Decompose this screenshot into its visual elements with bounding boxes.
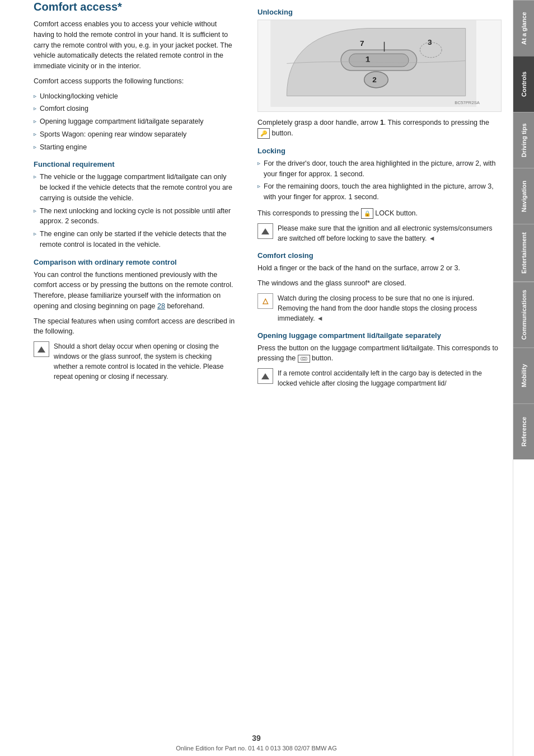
list-item: ▹ For the driver's door, touch the area …	[257, 158, 502, 180]
svg-text:3: 3	[428, 38, 432, 46]
sidebar-item-controls[interactable]: Controls	[513, 56, 534, 112]
special-features-text: The special features when using comfort …	[34, 316, 235, 337]
page-title: Comfort access*	[34, 0, 235, 13]
triangle-icon	[38, 346, 45, 353]
columns-wrapper: Comfort access* Comfort access enables y…	[0, 0, 513, 725]
note-icon-box-3	[257, 368, 273, 384]
warning-exclamation-icon: △	[263, 297, 268, 305]
note-text: Should a short delay occur when opening …	[54, 341, 235, 382]
bullet-icon: ▹	[34, 117, 36, 125]
list-item-text: Comfort closing	[40, 104, 88, 114]
list-item: ▹ The engine can only be started if the …	[34, 229, 235, 250]
list-item: ▹ For the remaining doors, touch the are…	[257, 181, 502, 203]
svg-text:7: 7	[360, 39, 364, 48]
bullet-icon: ▹	[34, 130, 36, 138]
list-item: ▹ Unlocking/locking vehicle	[34, 91, 235, 102]
footer-text: Online Edition for Part no. 01 41 0 013 …	[0, 745, 513, 752]
bullet-icon: ▹	[257, 182, 260, 190]
page-wrapper: Comfort access* Comfort access enables y…	[0, 0, 513, 756]
list-item-text: For the driver's door, touch the area hi…	[264, 158, 502, 180]
bullet-icon: ▹	[257, 159, 260, 167]
comfort-closing-closed: The windows and the glass sunroof* are c…	[257, 278, 502, 289]
tab-label-navigation: Navigation	[521, 180, 527, 212]
warning-text: Watch during the closing process to be s…	[278, 293, 502, 323]
functions-intro: Comfort access supports the following fu…	[34, 76, 235, 87]
unlocking-caption: Completely grasp a door handle, arrow 1.…	[257, 118, 502, 139]
functional-requirement-list: ▹ The vehicle or the luggage compartment…	[34, 172, 235, 250]
luggage-note-text: If a remote control accidentally left in…	[278, 368, 502, 388]
comfort-closing-body: Hold a finger or the back of the hand on…	[257, 263, 502, 274]
locking-list: ▹ For the driver's door, touch the area …	[257, 158, 502, 203]
functional-requirement-title: Functional requirement	[34, 160, 235, 168]
bullet-icon: ▹	[34, 104, 36, 112]
tab-label-communications: Communications	[521, 290, 527, 340]
list-item: ▹ Comfort closing	[34, 104, 235, 114]
tab-label-controls: Controls	[521, 72, 527, 97]
svg-rect-2	[349, 54, 409, 67]
sidebar-item-entertainment[interactable]: Entertainment	[513, 224, 534, 281]
lock-circle-icon: 🔒	[361, 208, 373, 219]
page-footer: 39 Online Edition for Part no. 01 41 0 0…	[0, 725, 513, 756]
list-item: ▹ Sports Wagon: opening rear window sepa…	[34, 129, 235, 140]
list-item-text: The engine can only be started if the ve…	[40, 229, 235, 250]
triangle-icon-2	[261, 228, 269, 234]
sidebar-item-reference[interactable]: Reference	[513, 403, 534, 459]
svg-rect-11	[301, 357, 307, 360]
page-link[interactable]: 28	[157, 302, 165, 310]
list-item-text: Opening luggage compartment lid/tailgate…	[40, 116, 204, 127]
sidebar-tabs: At a glance Controls Driving tips Naviga…	[513, 0, 534, 756]
list-item-text: The vehicle or the luggage compartment l…	[40, 172, 235, 203]
opening-luggage-title: Opening luggage compartment lid/tailgate…	[257, 331, 502, 340]
comfort-closing-title: Comfort closing	[257, 251, 502, 260]
bullet-icon: ▹	[34, 143, 36, 151]
sidebar-item-driving[interactable]: Driving tips	[513, 112, 534, 168]
left-column: Comfort access* Comfort access enables y…	[0, 0, 246, 725]
door-handle-image: 1 7 2 3 BC57PR2SA	[257, 20, 502, 112]
unlocking-title: Unlocking	[257, 8, 502, 16]
tab-label-entertainment: Entertainment	[521, 232, 527, 274]
sidebar-item-navigation[interactable]: Navigation	[513, 168, 534, 224]
bullet-icon: ▹	[34, 229, 36, 238]
note-icon-box-2	[257, 223, 273, 239]
lock-caption: This corresponds to pressing the 🔒 LOCK …	[257, 208, 502, 219]
back-arrow-icon: ◄	[429, 234, 435, 242]
list-item: ▹ The next unlocking and locking cycle i…	[34, 206, 235, 227]
luggage-button-icon	[298, 355, 310, 363]
intro-text: Comfort access enables you to access you…	[34, 19, 235, 72]
list-item: ▹ The vehicle or the luggage compartment…	[34, 172, 235, 203]
sidebar-item-communications[interactable]: Communications	[513, 281, 534, 348]
tab-label-mobility: Mobility	[521, 364, 527, 388]
list-item-text: For the remaining doors, touch the area …	[264, 181, 502, 203]
luggage-note-box: If a remote control accidentally left in…	[257, 368, 502, 388]
list-item-text: Starting engine	[40, 142, 87, 153]
opening-luggage-body: Press the button on the luggage compartm…	[257, 343, 502, 364]
locking-note-text: Please make sure that the ignition and a…	[278, 223, 502, 243]
list-item-text: The next unlocking and locking cycle is …	[40, 206, 235, 227]
locking-note-box: Please make sure that the ignition and a…	[257, 223, 502, 243]
triangle-icon-3	[261, 373, 269, 379]
sidebar-item-at-glance[interactable]: At a glance	[513, 0, 534, 56]
svg-rect-12	[302, 358, 305, 360]
tab-label-at-glance: At a glance	[521, 12, 527, 45]
list-item-text: Unlocking/locking vehicle	[40, 91, 118, 102]
locking-title: Locking	[257, 147, 502, 155]
svg-text:BC57PR2SA: BC57PR2SA	[455, 100, 480, 105]
list-item-text: Sports Wagon: opening rear window separa…	[40, 129, 186, 140]
svg-text:1: 1	[366, 54, 371, 64]
comparison-body: You can control the functions mentioned …	[34, 270, 235, 312]
bullet-icon: ▹	[34, 206, 36, 215]
bullet-icon: ▹	[34, 172, 36, 181]
back-arrow-icon-2: ◄	[317, 314, 324, 322]
warning-icon-box: △	[257, 293, 273, 309]
page-number: 39	[0, 734, 513, 743]
key-button-icon: 🔑	[257, 128, 270, 139]
comparison-title: Comparison with ordinary remote control	[34, 258, 235, 266]
list-item: ▹ Starting engine	[34, 142, 235, 153]
right-column: Unlocking 1	[246, 0, 513, 725]
note-icon-box	[34, 341, 49, 357]
tab-label-reference: Reference	[521, 417, 527, 447]
tab-label-driving: Driving tips	[521, 123, 527, 157]
bullet-icon: ▹	[34, 92, 36, 100]
door-handle-svg: 1 7 2 3 BC57PR2SA	[258, 20, 489, 107]
sidebar-item-mobility[interactable]: Mobility	[513, 348, 534, 403]
